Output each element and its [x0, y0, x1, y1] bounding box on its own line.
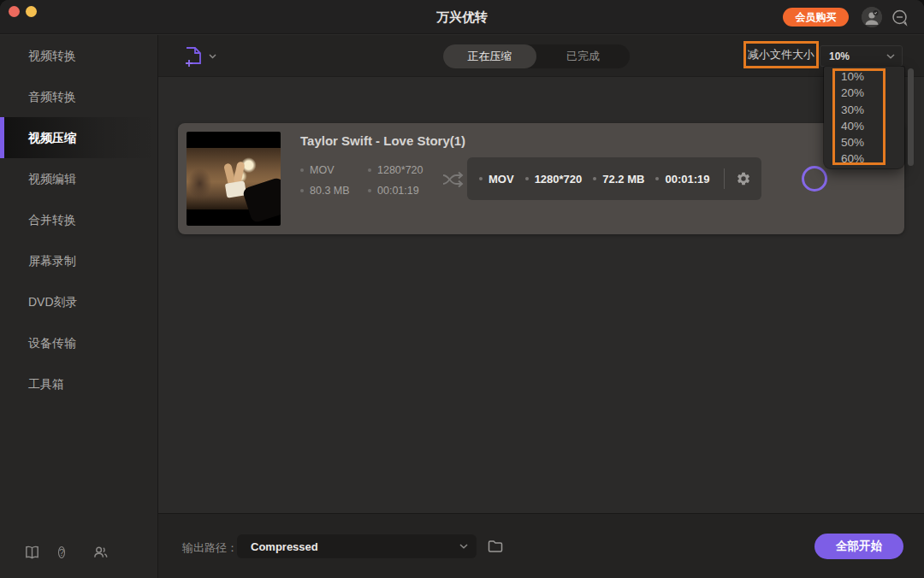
source-meta-row-1: MOV 1280*720 — [300, 164, 424, 176]
status-tabs: 正在压缩 已完成 — [443, 44, 630, 68]
file-card: Taylor Swift - Love Story(1) MOV 1280*72… — [178, 123, 904, 234]
reduce-file-size-label[interactable]: 减小文件大小 — [743, 41, 819, 68]
sidebar-item-video-convert[interactable]: 视频转换 — [0, 35, 157, 76]
gear-icon[interactable] — [736, 171, 751, 186]
add-file-button[interactable] — [185, 44, 224, 68]
bullet-dot — [300, 189, 304, 192]
output-duration: 00:01:19 — [665, 173, 709, 186]
app-window: 万兴优转 会员购买 视频转换 音频转换 视频压缩 视频编辑 合并转换 屏幕录制 — [0, 0, 924, 578]
buy-membership-button[interactable]: 会员购买 — [783, 8, 849, 27]
output-path-value: Compressed — [251, 540, 459, 553]
source-resolution: 1280*720 — [377, 164, 424, 176]
sidebar-item-toolbox[interactable]: 工具箱 — [0, 363, 157, 404]
dropdown-option-40[interactable]: 40% — [824, 118, 904, 134]
output-settings-box[interactable]: MOV 1280*720 72.2 MB 00:01:19 — [467, 157, 761, 200]
dropdown-scrollbar[interactable] — [908, 68, 914, 166]
tab-compressing[interactable]: 正在压缩 — [443, 44, 536, 68]
sidebar-item-merge-convert[interactable]: 合并转换 — [0, 199, 157, 240]
contacts-icon[interactable] — [92, 544, 109, 560]
progress-ring[interactable] — [802, 166, 827, 192]
bullet-dot — [368, 189, 371, 192]
video-thumbnail — [187, 132, 281, 226]
sidebar-item-video-edit[interactable]: 视频编辑 — [0, 158, 157, 199]
source-size: 80.3 MB — [310, 185, 350, 197]
feedback-icon[interactable] — [891, 9, 909, 27]
size-percent-value: 10% — [829, 50, 886, 62]
output-format: MOV — [489, 173, 514, 186]
start-all-button[interactable]: 全部开始 — [814, 534, 903, 559]
sidebar-item-device-transfer[interactable]: 设备传输 — [0, 322, 157, 363]
shuffle-icon — [441, 169, 465, 190]
size-percent-dropdown: 10% 20% 30% 40% 50% 60% — [824, 67, 904, 168]
toolbar: 正在压缩 已完成 减小文件大小 10% — [158, 35, 924, 77]
bullet-dot — [479, 177, 483, 180]
bottombar: 输出路径： Compressed 全部开始 — [158, 513, 924, 578]
chevron-down-icon — [209, 54, 216, 59]
file-title: Taylor Swift - Love Story(1) — [300, 133, 465, 148]
output-size: 72.2 MB — [602, 173, 644, 186]
divider — [724, 168, 725, 189]
book-icon[interactable] — [24, 544, 40, 560]
dropdown-option-30[interactable]: 30% — [824, 102, 904, 118]
bullet-dot — [300, 168, 304, 172]
source-meta-row-2: 80.3 MB 00:01:19 — [300, 185, 419, 197]
chevron-down-icon — [459, 544, 468, 549]
sidebar-item-dvd-burn[interactable]: DVD刻录 — [0, 281, 157, 322]
source-duration: 00:01:19 — [377, 185, 419, 197]
sidebar-item-screen-record[interactable]: 屏幕录制 — [0, 240, 157, 281]
avatar-icon[interactable] — [862, 7, 882, 27]
tab-finished[interactable]: 已完成 — [536, 44, 630, 68]
help-icon[interactable]: ? — [58, 544, 74, 560]
source-format: MOV — [310, 164, 334, 176]
size-percent-select[interactable]: 10% — [820, 45, 903, 67]
bullet-dot — [593, 177, 596, 180]
sidebar-item-video-compress[interactable]: 视频压缩 — [0, 117, 157, 158]
output-resolution: 1280*720 — [535, 173, 583, 186]
main-area: 正在压缩 已完成 减小文件大小 10% — [158, 35, 924, 578]
folder-icon[interactable] — [487, 538, 504, 555]
output-path-label: 输出路径： — [182, 540, 238, 556]
bullet-dot — [525, 177, 529, 180]
dropdown-option-50[interactable]: 50% — [824, 134, 904, 150]
sidebar-item-audio-convert[interactable]: 音频转换 — [0, 76, 157, 117]
dropdown-option-10[interactable]: 10% — [824, 68, 904, 85]
titlebar: 万兴优转 会员购买 — [0, 0, 924, 34]
bullet-dot — [655, 177, 659, 180]
sidebar-footer: ? — [0, 527, 157, 578]
sidebar: 视频转换 音频转换 视频压缩 视频编辑 合并转换 屏幕录制 DVD刻录 设备传输… — [0, 35, 158, 578]
dropdown-option-20[interactable]: 20% — [824, 85, 904, 101]
bullet-dot — [368, 168, 371, 172]
output-path-select[interactable]: Compressed — [237, 534, 477, 558]
dropdown-option-60[interactable]: 60% — [824, 150, 904, 167]
chevron-down-icon — [886, 54, 895, 59]
task-list-area: Taylor Swift - Love Story(1) MOV 1280*72… — [158, 78, 924, 548]
